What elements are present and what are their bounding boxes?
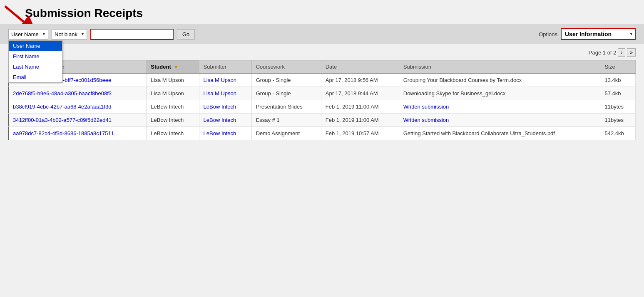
cell-coursework: Demo Assignment bbox=[251, 127, 321, 140]
submitter-link[interactable]: Lisa M Upson bbox=[204, 90, 236, 97]
options-label: Options bbox=[539, 31, 557, 37]
go-button[interactable]: Go bbox=[177, 29, 195, 40]
cell-confirmation: aa978dc7-82c4-4f3d-8686-1885a8c17511 bbox=[9, 127, 147, 140]
last-page-button[interactable]: » bbox=[627, 48, 636, 57]
col-submission: Submission bbox=[399, 60, 600, 74]
cell-confirmation: 2de768f5-b9e6-48a4-a305-baacf8be08f3 bbox=[9, 87, 147, 100]
submitter-link[interactable]: Lisa M Upson bbox=[204, 77, 236, 83]
cell-date: Feb 1, 2019 10:57 AM bbox=[321, 127, 399, 140]
cell-submission: Written submission bbox=[399, 114, 600, 127]
col-date: Date bbox=[321, 60, 399, 74]
cell-date: Apr 17, 2018 9:56 AM bbox=[321, 74, 399, 87]
table-row: edf4657c-1443-4923-bff7-ec001d56beeeLisa… bbox=[9, 74, 636, 87]
table-header: Confirmation Number Student ▼ Submitter … bbox=[9, 60, 636, 74]
pagination-row: Page 1 of 2 › » bbox=[8, 48, 636, 57]
cell-size: 57.4kb bbox=[600, 87, 636, 100]
cell-student: Lisa M Upson bbox=[147, 87, 199, 100]
cell-submission: Getting Started with Blackboard Collabor… bbox=[399, 127, 600, 140]
table-row: b38cf919-4ebc-42b7-aa68-4e2afaaa1f3dLeBo… bbox=[9, 100, 636, 114]
cell-confirmation: 3412ff00-01a3-4b02-a577-c09f5d22ed41 bbox=[9, 114, 147, 127]
cell-size: 542.4kb bbox=[600, 127, 636, 140]
submission-link[interactable]: Written submission bbox=[403, 104, 449, 110]
submission-link[interactable]: Written submission bbox=[403, 117, 449, 123]
search-input[interactable] bbox=[90, 29, 174, 40]
submitter-link[interactable]: LeBow Intech bbox=[204, 117, 236, 123]
cell-date: Apr 17, 2018 9:44 AM bbox=[321, 87, 399, 100]
options-select[interactable]: User Information Column Manager bbox=[561, 28, 636, 40]
cell-submitter: Lisa M Upson bbox=[199, 87, 251, 100]
confirmation-link[interactable]: 2de768f5-b9e6-48a4-a305-baacf8be08f3 bbox=[13, 90, 112, 97]
cell-coursework: Essay # 1 bbox=[251, 114, 321, 127]
data-table: Confirmation Number Student ▼ Submitter … bbox=[8, 60, 636, 140]
table-row: aa978dc7-82c4-4f3d-8686-1885a8c17511LeBo… bbox=[9, 127, 636, 140]
cell-confirmation: b38cf919-4ebc-42b7-aa68-4e2afaaa1f3d bbox=[9, 100, 147, 114]
cell-coursework: Presentation Slides bbox=[251, 100, 321, 114]
cell-size: 11bytes bbox=[600, 100, 636, 114]
table-body: edf4657c-1443-4923-bff7-ec001d56beeeLisa… bbox=[9, 74, 636, 140]
filter-bar: User Name First Name Last Name Email Use… bbox=[0, 24, 644, 44]
cell-student: LeBow Intech bbox=[147, 100, 199, 114]
dropdown-item-email[interactable]: Email bbox=[9, 72, 62, 82]
dropdown-item-lastname[interactable]: Last Name bbox=[9, 62, 62, 72]
col-size: Size bbox=[600, 60, 636, 74]
field-select[interactable]: User Name First Name Last Name Email bbox=[8, 29, 48, 40]
cell-coursework: Group - Single bbox=[251, 87, 321, 100]
cell-date: Feb 1, 2019 11:00 AM bbox=[321, 100, 399, 114]
page-wrapper: Submission Receipts User Name First Name… bbox=[0, 0, 644, 297]
cell-submitter: LeBow Intech bbox=[199, 100, 251, 114]
condition-select[interactable]: Not blank Blank Contains Equals bbox=[52, 29, 87, 40]
table-row: 3412ff00-01a3-4b02-a577-c09f5d22ed41LeBo… bbox=[9, 114, 636, 127]
cell-submitter: LeBow Intech bbox=[199, 114, 251, 127]
field-select-wrapper: User Name First Name Last Name Email Use… bbox=[8, 29, 48, 40]
main-content: Page 1 of 2 › » Confirmation Number Stud… bbox=[0, 44, 644, 148]
cell-submission: Downloading Skype for Business_gel.docx bbox=[399, 87, 600, 100]
cell-submitter: Lisa M Upson bbox=[199, 74, 251, 87]
submitter-link[interactable]: LeBow Intech bbox=[204, 130, 236, 136]
condition-select-wrapper: Not blank Blank Contains Equals bbox=[52, 29, 87, 40]
cell-student: Lisa M Upson bbox=[147, 74, 199, 87]
field-dropdown-menu: User Name First Name Last Name Email bbox=[8, 40, 62, 83]
cell-date: Feb 1, 2019 11:00 AM bbox=[321, 114, 399, 127]
cell-student: LeBow Intech bbox=[147, 114, 199, 127]
cell-size: 11bytes bbox=[600, 114, 636, 127]
field-select-container: User Name First Name Last Name Email bbox=[8, 29, 48, 40]
col-student[interactable]: Student ▼ bbox=[147, 60, 199, 74]
dropdown-item-username[interactable]: User Name bbox=[9, 41, 62, 51]
submitter-link[interactable]: LeBow Intech bbox=[204, 104, 236, 110]
table-row: 2de768f5-b9e6-48a4-a305-baacf8be08f3Lisa… bbox=[9, 87, 636, 100]
cell-submission: Grouping Your Blackboard Courses by Term… bbox=[399, 74, 600, 87]
header-section: Submission Receipts bbox=[0, 0, 644, 24]
confirmation-link[interactable]: b38cf919-4ebc-42b7-aa68-4e2afaaa1f3d bbox=[13, 104, 111, 110]
cell-submitter: LeBow Intech bbox=[199, 127, 251, 140]
cell-submission: Written submission bbox=[399, 100, 600, 114]
sort-icon: ▼ bbox=[174, 64, 178, 69]
next-page-button[interactable]: › bbox=[618, 48, 625, 57]
confirmation-link[interactable]: aa978dc7-82c4-4f3d-8686-1885a8c17511 bbox=[13, 130, 114, 136]
cell-student: LeBow Intech bbox=[147, 127, 199, 140]
pagination-text: Page 1 of 2 bbox=[589, 50, 617, 56]
cell-coursework: Group - Single bbox=[251, 74, 321, 87]
options-select-wrapper: User Information Column Manager bbox=[561, 28, 636, 40]
cell-size: 13.4kb bbox=[600, 74, 636, 87]
options-area: Options User Information Column Manager bbox=[539, 28, 636, 40]
dropdown-item-firstname[interactable]: First Name bbox=[9, 51, 62, 62]
confirmation-link[interactable]: 3412ff00-01a3-4b02-a577-c09f5d22ed41 bbox=[13, 117, 112, 123]
col-submitter: Submitter bbox=[199, 60, 251, 74]
col-coursework: Coursework bbox=[251, 60, 321, 74]
header-row: Confirmation Number Student ▼ Submitter … bbox=[9, 60, 636, 74]
